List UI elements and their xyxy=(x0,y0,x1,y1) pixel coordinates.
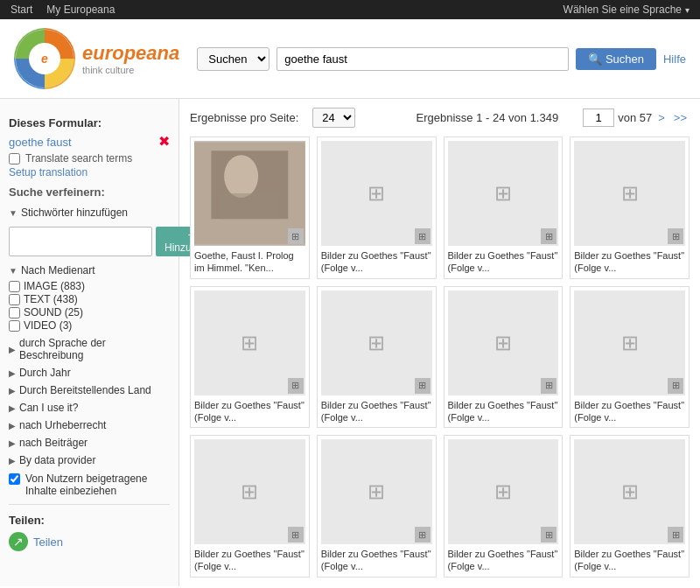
results-info: Ergebnisse 1 - 24 von 1.349 xyxy=(416,111,559,124)
year-filter[interactable]: ▶ Durch Jahr xyxy=(9,364,170,382)
last-page-button[interactable]: >> xyxy=(671,111,690,124)
contributor-filter[interactable]: ▶ nach Beiträger xyxy=(9,434,170,452)
per-page-select[interactable]: 24 48 xyxy=(312,108,355,128)
image-thumbnail: ⊞ ⊞ xyxy=(448,141,559,246)
video-label: VIDEO (3) xyxy=(24,319,72,332)
remove-search-term-button[interactable]: ✖ xyxy=(158,135,170,149)
chevron-down-icon: ▾ xyxy=(685,5,690,15)
image-thumbnail: ⊞ ⊞ xyxy=(321,439,432,544)
page-navigation: von 57 > >> xyxy=(583,108,690,127)
media-type-sound: SOUND (25) xyxy=(9,306,170,318)
text-checkbox[interactable] xyxy=(9,294,20,305)
image-thumbnail: ⊞ xyxy=(194,141,305,246)
placeholder-icon: ⊞ xyxy=(621,480,639,504)
list-item[interactable]: ⊞ ⊞ Bilder zu Goethes "Faust" (Folge v..… xyxy=(317,286,437,429)
language-filter[interactable]: ▶ durch Sprache der Beschreibung xyxy=(9,334,170,364)
form-label: Dieses Formular: xyxy=(9,116,170,130)
header: e europeana think culture Suchen 🔍 Suche… xyxy=(0,19,700,99)
setup-translation-link[interactable]: Setup translation xyxy=(9,166,170,178)
image-label: IMAGE (883) xyxy=(24,280,85,292)
share-title: Teilen: xyxy=(9,514,170,527)
keyword-section-header[interactable]: ▼ Stichwörter hinzufügen xyxy=(9,204,170,221)
logo-icon: e xyxy=(14,28,75,89)
media-type-icon: ⊞ xyxy=(541,527,556,542)
search-input[interactable] xyxy=(276,47,569,71)
card-label: Bilder zu Goethes "Faust" (Folge v... xyxy=(321,399,432,424)
nav-start[interactable]: Start xyxy=(10,4,32,16)
triangle-right-icon: ▶ xyxy=(9,421,16,430)
media-type-header[interactable]: ▼ Nach Medienart xyxy=(9,262,170,279)
next-page-button[interactable]: > xyxy=(655,111,668,124)
share-icon: ↗ xyxy=(9,532,28,551)
keyword-input[interactable] xyxy=(9,227,152,256)
image-thumbnail: ⊞ ⊞ xyxy=(448,439,559,544)
user-content-checkbox[interactable] xyxy=(9,473,20,485)
share-button[interactable]: ↗ Teilen xyxy=(9,532,63,551)
placeholder-icon: ⊞ xyxy=(368,181,385,206)
data-provider-filter[interactable]: ▶ By data provider xyxy=(9,452,170,469)
image-thumbnail: ⊞ ⊞ xyxy=(574,290,685,396)
placeholder-icon: ⊞ xyxy=(241,480,258,504)
image-thumbnail: ⊞ ⊞ xyxy=(321,141,432,246)
language-selector[interactable]: Wählen Sie eine Sprache ▾ xyxy=(564,4,690,16)
page-input[interactable] xyxy=(583,108,614,127)
media-type-image: IMAGE (883) xyxy=(9,280,170,292)
list-item[interactable]: ⊞ ⊞ Bilder zu Goethes "Faust" (Folge v..… xyxy=(570,136,690,279)
logo-text: europeana xyxy=(82,42,179,65)
content-area: Ergebnisse pro Seite: 24 48 Ergebnisse 1… xyxy=(179,99,700,586)
keyword-section-label: Stichwörter hinzufügen xyxy=(21,206,128,219)
search-area: Suchen 🔍 Suchen Hilfe xyxy=(197,47,686,71)
placeholder-icon: ⊞ xyxy=(368,331,385,355)
list-item[interactable]: ⊞ ⊞ Bilder zu Goethes "Faust" (Folge v..… xyxy=(317,136,437,279)
logo-area: e europeana think culture xyxy=(14,28,179,89)
share-label: Teilen xyxy=(33,536,63,549)
nav-my-europeana[interactable]: My Europeana xyxy=(46,4,115,16)
card-label: Bilder zu Goethes "Faust" (Folge v... xyxy=(574,249,685,275)
search-button[interactable]: 🔍 Suchen xyxy=(576,48,656,70)
placeholder-icon: ⊞ xyxy=(241,331,258,355)
top-nav: Start My Europeana Wählen Sie eine Sprac… xyxy=(0,0,700,19)
media-type-icon: ⊞ xyxy=(668,378,683,394)
triangle-right-icon: ▶ xyxy=(9,438,16,448)
list-item[interactable]: ⊞ ⊞ Bilder zu Goethes "Faust" (Folge v..… xyxy=(570,286,690,429)
copyright-filter[interactable]: ▶ nach Urheberrecht xyxy=(9,416,170,434)
card-label: Bilder zu Goethes "Faust" (Folge v... xyxy=(448,548,559,573)
list-item[interactable]: ⊞ ⊞ Bilder zu Goethes "Faust" (Folge v..… xyxy=(570,435,690,578)
keyword-section: ▼ Stichwörter hinzufügen + Hinzufügen xyxy=(9,204,170,256)
image-thumbnail: ⊞ ⊞ xyxy=(448,290,559,396)
image-checkbox[interactable] xyxy=(9,281,20,292)
search-icon: 🔍 xyxy=(588,52,602,66)
placeholder-icon: ⊞ xyxy=(494,480,512,504)
results-bar: Ergebnisse pro Seite: 24 48 Ergebnisse 1… xyxy=(190,108,690,128)
image-thumbnail: ⊞ ⊞ xyxy=(574,141,685,246)
list-item[interactable]: ⊞ ⊞ Bilder zu Goethes "Faust" (Folge v..… xyxy=(444,435,564,578)
can-use-filter[interactable]: ▶ Can I use it? xyxy=(9,399,170,416)
country-filter[interactable]: ▶ Durch Bereitstellendes Land xyxy=(9,382,170,399)
card-label: Bilder zu Goethes "Faust" (Folge v... xyxy=(194,399,305,424)
card-label: Bilder zu Goethes "Faust" (Folge v... xyxy=(574,548,685,573)
list-item[interactable]: ⊞ ⊞ Bilder zu Goethes "Faust" (Folge v..… xyxy=(190,286,310,429)
add-keyword-row: + Hinzufügen xyxy=(9,227,170,256)
media-type-section: ▼ Nach Medienart IMAGE (883) TEXT (438) … xyxy=(9,262,170,332)
list-item[interactable]: ⊞ ⊞ Bilder zu Goethes "Faust" (Folge v..… xyxy=(317,435,437,578)
image-thumbnail: ⊞ ⊞ xyxy=(321,290,432,396)
translate-label: Translate search terms xyxy=(25,152,132,164)
logo-tagline: think culture xyxy=(82,65,179,75)
card-label: Bilder zu Goethes "Faust" (Folge v... xyxy=(574,399,685,424)
search-type-dropdown[interactable]: Suchen xyxy=(197,47,270,71)
help-link[interactable]: Hilfe xyxy=(663,52,686,66)
placeholder-icon: ⊞ xyxy=(368,480,385,504)
video-checkbox[interactable] xyxy=(9,320,20,332)
svg-rect-6 xyxy=(220,193,279,219)
placeholder-icon: ⊞ xyxy=(621,331,639,355)
media-type-label: Nach Medienart xyxy=(21,264,95,276)
media-type-icon: ⊞ xyxy=(288,228,304,244)
list-item[interactable]: ⊞ Goethe, Faust I. Prolog im Himmel. "Ke… xyxy=(190,136,310,279)
triangle-right-icon: ▶ xyxy=(9,345,16,354)
translate-checkbox[interactable] xyxy=(9,153,20,164)
sound-checkbox[interactable] xyxy=(9,307,20,318)
list-item[interactable]: ⊞ ⊞ Bilder zu Goethes "Faust" (Folge v..… xyxy=(444,136,564,279)
list-item[interactable]: ⊞ ⊞ Bilder zu Goethes "Faust" (Folge v..… xyxy=(190,435,310,578)
list-item[interactable]: ⊞ ⊞ Bilder zu Goethes "Faust" (Folge v..… xyxy=(444,286,564,429)
user-content-filter: Von Nutzern beigetragene Inhalte einbezi… xyxy=(9,472,170,497)
